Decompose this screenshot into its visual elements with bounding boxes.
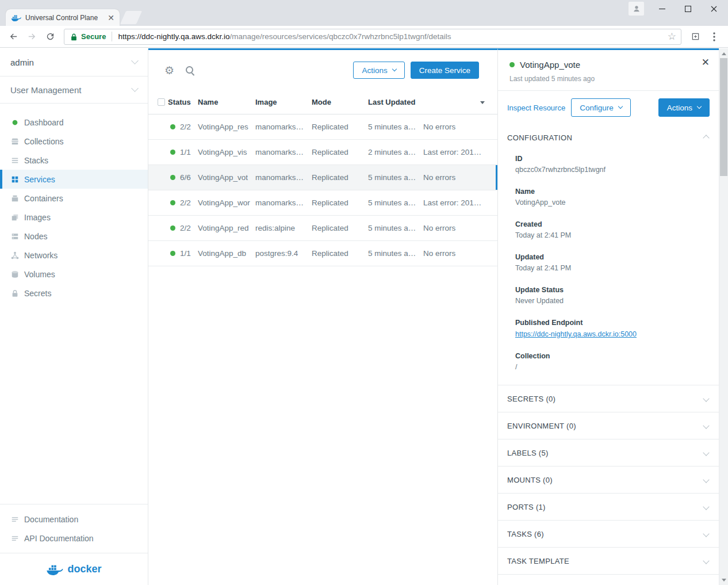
volumes-icon bbox=[10, 270, 19, 278]
browser-action-icon[interactable] bbox=[687, 29, 703, 45]
panel-actions-button[interactable]: Actions bbox=[658, 98, 710, 117]
sidebar-item-stacks[interactable]: Stacks bbox=[0, 151, 148, 170]
sidebar-item-services[interactable]: Services bbox=[0, 170, 148, 189]
column-header-image[interactable]: Image bbox=[255, 98, 312, 106]
sidebar-item-volumes[interactable]: Volumes bbox=[0, 265, 148, 284]
sidebar-footer-nav: DocumentationAPI Documentation bbox=[0, 504, 148, 553]
close-button[interactable] bbox=[701, 0, 727, 17]
vertical-scrollbar[interactable] bbox=[719, 48, 728, 585]
sidebar-item-containers[interactable]: Containers bbox=[0, 189, 148, 208]
create-service-button[interactable]: Create Service bbox=[411, 62, 479, 79]
forward-button[interactable] bbox=[24, 29, 40, 44]
panel-section[interactable]: PORTS (1) bbox=[498, 493, 719, 520]
reload-button[interactable] bbox=[43, 29, 58, 44]
table-header: Status Name Image Mode Last Updated bbox=[148, 90, 497, 114]
browser-tab[interactable]: Universal Control Plane ✕ bbox=[6, 9, 120, 26]
panel-actions: Inspect Resource Configure Actions bbox=[498, 91, 719, 124]
scroll-down-arrow[interactable] bbox=[719, 575, 728, 585]
column-header-mode[interactable]: Mode bbox=[312, 98, 368, 106]
sidebar-item-dashboard[interactable]: Dashboard bbox=[0, 113, 148, 132]
table-row[interactable]: 1/1VotingApp_vismanomarks…Replicated2 mi… bbox=[148, 140, 497, 165]
panel-section[interactable]: LABELS (5) bbox=[498, 439, 719, 466]
row-errors: Last error: 201… bbox=[423, 148, 497, 156]
sidebar-item-api-documentation[interactable]: API Documentation bbox=[0, 529, 148, 548]
section-label: ENVIRONMENT (0) bbox=[507, 422, 576, 430]
row-updated: 5 minutes a… bbox=[368, 123, 423, 131]
profile-button[interactable] bbox=[629, 2, 644, 16]
table-row[interactable]: 2/2VotingApp_resmanomarks…Replicated5 mi… bbox=[148, 114, 497, 140]
chevron-down-icon bbox=[131, 57, 139, 64]
minimize-button[interactable] bbox=[649, 0, 675, 17]
table-row[interactable]: 1/1VotingApp_dbpostgres:9.4Replicated5 m… bbox=[148, 241, 497, 266]
table-row[interactable]: 2/2VotingApp_redredis:alpineReplicated5 … bbox=[148, 216, 497, 241]
panel-section[interactable]: TASK TEMPLATE bbox=[498, 547, 719, 574]
column-header-last-updated[interactable]: Last Updated bbox=[368, 98, 423, 106]
row-mode: Replicated bbox=[312, 198, 368, 207]
panel-section[interactable]: SECRETS (0) bbox=[498, 385, 719, 412]
collections-icon bbox=[10, 137, 19, 146]
sidebar-item-label: Dashboard bbox=[24, 118, 64, 127]
config-field: UpdatedToday at 2:41 PM bbox=[515, 253, 710, 273]
row-name: VotingApp_wor bbox=[198, 198, 255, 207]
config-field: CreatedToday at 2:41 PM bbox=[515, 220, 710, 240]
config-field: Published Endpointhttps://ddc-nightly.qa… bbox=[515, 319, 710, 339]
column-header-status[interactable]: Status bbox=[168, 98, 198, 106]
images-icon bbox=[10, 213, 19, 221]
panel-close-icon[interactable]: ✕ bbox=[702, 58, 710, 67]
row-updated: 5 minutes a… bbox=[368, 224, 423, 232]
sidebar-nav: DashboardCollectionsStacksServicesContai… bbox=[0, 104, 148, 303]
column-header-name[interactable]: Name bbox=[198, 98, 255, 106]
panel-section[interactable]: TASKS (6) bbox=[498, 520, 719, 547]
new-tab-button[interactable] bbox=[120, 11, 142, 24]
sort-caret-icon[interactable] bbox=[480, 101, 485, 106]
sidebar-item-secrets[interactable]: Secrets bbox=[0, 284, 148, 303]
maximize-button[interactable] bbox=[675, 0, 701, 17]
panel-header: VotingApp_vote ✕ Last updated 5 minutes … bbox=[498, 50, 719, 91]
back-button[interactable] bbox=[6, 29, 21, 44]
search-icon[interactable] bbox=[186, 66, 194, 75]
sidebar-item-images[interactable]: Images bbox=[0, 208, 148, 227]
configuration-heading: CONFIGURATION bbox=[507, 133, 572, 142]
panel-section[interactable]: ENVIRONMENT (0) bbox=[498, 412, 719, 439]
account-dropdown[interactable]: admin bbox=[0, 48, 148, 77]
scroll-up-arrow[interactable] bbox=[719, 48, 728, 58]
list-actions-button[interactable]: Actions bbox=[353, 62, 404, 79]
published-endpoint-link[interactable]: https://ddc-nightly.qa.aws.dckr.io:5000 bbox=[515, 330, 637, 339]
row-image: manomarks… bbox=[255, 173, 312, 182]
field-value: Today at 2:41 PM bbox=[515, 264, 710, 273]
select-all-checkbox[interactable] bbox=[158, 98, 165, 106]
sidebar-item-nodes[interactable]: Nodes bbox=[0, 227, 148, 246]
field-value: / bbox=[515, 363, 710, 372]
panel-title: VotingApp_vote bbox=[520, 60, 580, 70]
configure-button[interactable]: Configure bbox=[571, 98, 631, 117]
table-row[interactable]: 2/2VotingApp_wormanomarks…Replicated5 mi… bbox=[148, 190, 497, 216]
configuration-section-header[interactable]: CONFIGURATION bbox=[498, 128, 719, 142]
table-row[interactable]: 6/6VotingApp_votmanomarks…Replicated5 mi… bbox=[148, 165, 497, 190]
bookmark-star-icon[interactable]: ☆ bbox=[668, 32, 676, 41]
sidebar-item-networks[interactable]: Networks bbox=[0, 246, 148, 265]
browser-menu-icon[interactable] bbox=[706, 29, 722, 45]
sidebar-item-documentation[interactable]: Documentation bbox=[0, 510, 148, 529]
gear-icon[interactable]: ⚙ bbox=[164, 65, 174, 76]
sidebar-item-label: Containers bbox=[24, 194, 63, 203]
inspect-resource-link[interactable]: Inspect Resource bbox=[507, 104, 565, 112]
row-updated: 2 minutes a… bbox=[368, 148, 423, 156]
chevron-down-icon bbox=[703, 503, 709, 510]
section-label: TASKS (6) bbox=[507, 530, 544, 538]
tab-close-icon[interactable]: ✕ bbox=[108, 14, 114, 22]
docker-wordmark: docker bbox=[67, 563, 101, 575]
secure-badge[interactable]: Secure bbox=[81, 32, 106, 41]
docker-whale-icon bbox=[46, 563, 63, 576]
address-omnibox[interactable]: Secure https://ddc-nightly.qa.aws.dckr.i… bbox=[64, 29, 681, 45]
chevron-up-icon bbox=[703, 135, 709, 141]
row-image: redis:alpine bbox=[255, 224, 312, 232]
row-image: manomarks… bbox=[255, 148, 312, 156]
sidebar-item-collections[interactable]: Collections bbox=[0, 132, 148, 151]
window-controls bbox=[649, 0, 727, 17]
row-name: VotingApp_db bbox=[198, 249, 255, 258]
org-dropdown[interactable]: User Management bbox=[0, 77, 148, 104]
panel-section[interactable]: UPDATE CONFIGURATION bbox=[498, 574, 719, 585]
scrollbar-thumb[interactable] bbox=[720, 58, 727, 176]
field-label: ID bbox=[515, 155, 710, 163]
panel-section[interactable]: MOUNTS (0) bbox=[498, 466, 719, 493]
